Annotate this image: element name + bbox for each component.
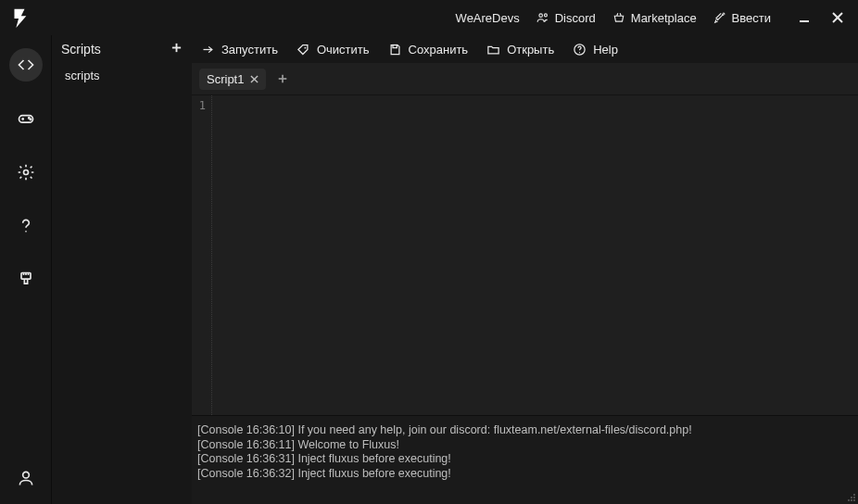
- tab-bar: Script1: [192, 63, 858, 94]
- console-line: [Console 16:36:32] Inject fluxus before …: [197, 467, 852, 482]
- console-line: [Console 16:36:31] Inject fluxus before …: [197, 452, 852, 467]
- app-logo-icon: [9, 7, 30, 28]
- link-label: Ввести: [732, 11, 771, 25]
- titlebar-links: WeAreDevs Discord Marketplace Ввести: [456, 11, 771, 25]
- tab-script1[interactable]: Script1: [199, 69, 266, 90]
- basket-icon: [612, 11, 625, 24]
- svg-point-26: [853, 494, 855, 496]
- toolbar: Запустить Очистить Сохранить Открыть Hel…: [192, 35, 858, 63]
- nav-account[interactable]: [9, 461, 43, 495]
- svg-point-7: [30, 119, 31, 120]
- button-label: Help: [593, 43, 618, 57]
- console-line: [Console 16:36:11] Welcome to Fluxus!: [197, 438, 852, 453]
- minimize-icon: [798, 11, 811, 24]
- scripts-sidebar: Scripts scripts: [51, 35, 192, 504]
- svg-point-8: [23, 170, 28, 175]
- link-label: Marketplace: [631, 11, 697, 25]
- people-icon: [536, 11, 549, 24]
- user-icon: [17, 469, 35, 487]
- inject-button[interactable]: Ввести: [713, 11, 771, 25]
- nav-editor[interactable]: [9, 48, 43, 82]
- titlebar: WeAreDevs Discord Marketplace Ввести: [0, 0, 858, 35]
- svg-point-31: [853, 499, 855, 501]
- list-item[interactable]: scripts: [52, 65, 192, 86]
- svg-point-14: [22, 472, 29, 478]
- nav-brush[interactable]: [9, 263, 43, 296]
- sidebar-header: Scripts: [52, 35, 192, 63]
- arrow-right-icon: [201, 43, 215, 57]
- link-label: WeAreDevs: [456, 11, 520, 25]
- question-icon: [17, 217, 35, 235]
- code-area[interactable]: [212, 95, 858, 415]
- syringe-icon: [713, 11, 726, 24]
- svg-point-9: [25, 231, 27, 233]
- run-button[interactable]: Запустить: [201, 43, 278, 57]
- code-icon: [17, 56, 35, 74]
- button-label: Открыть: [507, 43, 554, 57]
- link-discord[interactable]: Discord: [536, 11, 596, 25]
- line-number: 1: [192, 99, 206, 112]
- gamepad-icon: [17, 109, 35, 128]
- close-button[interactable]: [825, 5, 851, 31]
- nav-games[interactable]: [9, 102, 43, 135]
- add-script-button[interactable]: [170, 42, 183, 57]
- tab-close-button[interactable]: [250, 72, 259, 86]
- clear-button[interactable]: Очистить: [297, 43, 370, 57]
- svg-point-18: [304, 46, 306, 48]
- sidebar-title: Scripts: [61, 42, 101, 57]
- brush-icon: [17, 271, 35, 289]
- svg-point-6: [28, 118, 29, 119]
- console-line: [Console 16:36:10] If you need any help,…: [197, 423, 852, 438]
- svg-point-27: [851, 497, 852, 498]
- button-label: Запустить: [221, 43, 278, 57]
- main-area: Запустить Очистить Сохранить Открыть Hel…: [192, 35, 858, 504]
- save-icon: [388, 43, 402, 57]
- help-button[interactable]: Help: [573, 43, 618, 57]
- code-editor[interactable]: 1: [192, 94, 858, 415]
- help-icon: [573, 43, 587, 57]
- nav-settings[interactable]: [9, 156, 43, 189]
- button-label: Сохранить: [409, 43, 469, 57]
- nav-help[interactable]: [9, 209, 43, 243]
- svg-point-30: [851, 499, 852, 501]
- svg-point-29: [848, 499, 850, 501]
- svg-rect-19: [393, 44, 397, 47]
- gear-icon: [17, 163, 35, 182]
- tab-label: Script1: [207, 72, 244, 86]
- close-icon: [250, 75, 259, 83]
- plus-icon: [277, 73, 288, 84]
- console-output: [Console 16:36:10] If you need any help,…: [192, 415, 858, 504]
- folder-icon: [486, 43, 500, 57]
- save-button[interactable]: Сохранить: [388, 43, 469, 57]
- svg-point-28: [853, 497, 855, 498]
- scripts-list: scripts: [52, 63, 192, 88]
- close-icon: [831, 11, 844, 24]
- tag-icon: [297, 43, 310, 57]
- new-tab-button[interactable]: [271, 68, 294, 90]
- minimize-button[interactable]: [791, 5, 817, 31]
- link-label: Discord: [555, 11, 596, 25]
- left-rail: [0, 35, 51, 504]
- link-wearedevs[interactable]: WeAreDevs: [456, 11, 520, 25]
- resize-grip[interactable]: [845, 491, 856, 502]
- svg-point-21: [579, 52, 580, 53]
- list-item-label: scripts: [65, 69, 100, 82]
- line-gutter: 1: [192, 95, 212, 415]
- link-marketplace[interactable]: Marketplace: [612, 11, 697, 25]
- button-label: Очистить: [317, 43, 370, 57]
- open-button[interactable]: Открыть: [486, 43, 554, 57]
- plus-icon: [170, 42, 183, 54]
